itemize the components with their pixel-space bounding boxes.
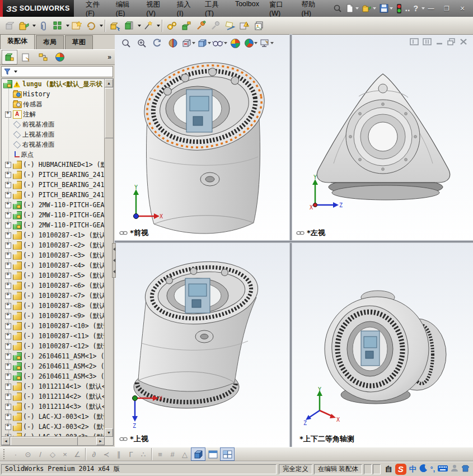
close-button[interactable]: ✕ <box>456 4 469 13</box>
tree-row[interactable]: (-) LAC-XJ-003<2> (默认 <box>2 422 105 432</box>
snap-points-icon[interactable]: ∴ <box>137 449 149 460</box>
tree-row[interactable]: (-) PITCH_BEARING_2411< <box>2 190 105 200</box>
tree-row[interactable]: 右视基准面 <box>2 139 105 150</box>
snap-length-icon[interactable]: ≡ <box>154 449 166 460</box>
apply-scene-icon[interactable] <box>243 36 259 50</box>
tree-row[interactable]: (-) 10100287-<6> (默认< <box>2 281 105 291</box>
expand-toggle[interactable] <box>5 253 11 259</box>
menu-insert[interactable]: 插入(I) <box>173 0 199 19</box>
expand-toggle[interactable] <box>5 162 11 168</box>
move-component-icon[interactable] <box>107 18 122 33</box>
tree-row[interactable]: (-) 10100287-<4> (默认< <box>2 260 105 270</box>
snap-perpendicular-icon[interactable]: Γ <box>125 449 137 460</box>
expand-toggle[interactable] <box>5 424 11 430</box>
horizontal-scroll-thumb[interactable] <box>11 437 78 446</box>
zoom-to-area-icon[interactable] <box>134 36 149 50</box>
expand-toggle[interactable] <box>5 404 11 410</box>
help-icon[interactable]: ? <box>412 3 419 13</box>
doc-close-icon[interactable] <box>460 38 467 47</box>
expand-toggle[interactable] <box>5 232 11 239</box>
expand-toggle[interactable] <box>5 263 11 269</box>
panel-splitter-handle[interactable] <box>112 243 116 278</box>
tree-row[interactable]: (-) 2MW-110-PITCH-GEARB <box>2 220 105 230</box>
tree-root-row[interactable]: lungu (默认<默认_显示状 <box>2 79 105 89</box>
rotate-component-icon[interactable] <box>84 18 99 33</box>
doc-minimize-icon[interactable] <box>435 38 443 47</box>
snap-tangent-icon[interactable]: ∂ <box>88 449 100 460</box>
menu-edit[interactable]: 编辑(E) <box>112 0 140 19</box>
tree-row[interactable]: 前视基准面 <box>2 119 105 129</box>
tree-row[interactable]: (-) 10112114<3> (默认<< <box>2 402 105 412</box>
display-manager-tab[interactable] <box>52 50 68 64</box>
reference-geometry-dropdown[interactable] <box>157 25 160 27</box>
smart-fasteners-icon[interactable] <box>69 18 84 33</box>
view-settings-icon[interactable] <box>259 36 274 50</box>
tree-row[interactable]: (-) PITCH_BEARING_2411< <box>2 170 105 180</box>
mate-icon[interactable] <box>36 18 50 33</box>
expand-toggle[interactable] <box>5 313 11 319</box>
measure-icon[interactable] <box>223 18 237 33</box>
tree-row[interactable]: (-) 10100287-<5> (默认< <box>2 270 105 281</box>
sogou-logo-icon[interactable]: S <box>395 464 406 475</box>
tree-horizontal-scrollbar[interactable]: ◄ ► <box>2 436 105 445</box>
zoom-to-fit-icon[interactable] <box>118 36 133 50</box>
tile-vertical-icon[interactable] <box>423 38 432 47</box>
doc-restore-icon[interactable] <box>447 38 456 47</box>
viewport-horizontal-divider[interactable] <box>115 241 473 242</box>
menu-help[interactable]: 帮助(H) <box>297 0 326 19</box>
viewport-front[interactable]: Y X *前视 <box>115 35 290 241</box>
view-orientation-icon[interactable] <box>181 36 196 50</box>
section-view-icon[interactable] <box>165 36 180 50</box>
expand-toggle[interactable] <box>5 323 11 329</box>
restore-button[interactable]: ❐ <box>441 4 453 13</box>
tree-row[interactable]: (-) 10100287-<10> (默认 <box>2 321 105 331</box>
snap-point-icon[interactable]: · <box>10 449 22 460</box>
tree-row[interactable]: 传感器 <box>2 99 105 109</box>
tree-row[interactable]: 上视基准面 <box>2 129 105 139</box>
scroll-down-icon[interactable]: ▼ <box>105 428 113 437</box>
tree-row[interactable]: (-) 10100287-<8> (默认< <box>2 301 105 311</box>
tree-row[interactable]: (-) 26104611_ASM<3> (默 <box>2 371 105 381</box>
rotate-view-icon[interactable] <box>149 36 165 50</box>
exploded-view-icon[interactable] <box>179 18 194 33</box>
configuration-manager-tab[interactable] <box>35 50 51 64</box>
tree-row[interactable]: (-) 26104611_ASM<2> (默 <box>2 361 105 371</box>
rotate-dropdown[interactable] <box>100 25 103 27</box>
scroll-left-icon[interactable]: ◄ <box>2 437 10 445</box>
expand-toggle[interactable] <box>5 172 11 178</box>
expand-toggle[interactable] <box>5 343 11 349</box>
insert-component-icon[interactable] <box>2 18 17 33</box>
tree-row[interactable]: (-) 10100287-<1> (默认< <box>2 230 105 240</box>
expand-toggle[interactable] <box>5 283 11 289</box>
tree-row[interactable]: 注解 <box>2 109 105 119</box>
tree-row[interactable]: (-) 10100287-<11> (默认 <box>2 331 105 341</box>
menu-tools[interactable]: 工具(T) <box>201 0 229 19</box>
expand-toggle[interactable] <box>5 222 11 228</box>
snap-sketch-icon[interactable]: △ <box>179 449 191 460</box>
reference-geometry-icon[interactable] <box>141 18 156 33</box>
save-icon[interactable] <box>378 3 394 13</box>
expand-toggle[interactable] <box>5 111 11 118</box>
open-with-dropdown-icon[interactable] <box>17 18 31 33</box>
expand-toggle[interactable] <box>5 353 11 360</box>
expand-toggle[interactable] <box>5 293 11 299</box>
menu-toolbox[interactable]: Toolbox <box>231 0 263 19</box>
viewport-top[interactable]: X Z *上视 <box>115 242 290 447</box>
menu-file[interactable]: 文件(F) <box>82 0 110 19</box>
snap-angle-icon[interactable]: ∠ <box>71 449 83 460</box>
filter-dropdown-icon[interactable] <box>14 71 17 73</box>
snap-grid-icon[interactable]: # <box>166 449 179 460</box>
tab-layout[interactable]: 布局 <box>36 35 64 49</box>
expand-toggle[interactable] <box>5 242 11 249</box>
interference-detection-icon[interactable]: ! <box>237 18 252 33</box>
collaboration-lights-icon[interactable] <box>395 3 403 14</box>
tree-row[interactable]: (-) 10100287-<3> (默认< <box>2 250 105 260</box>
scroll-right-icon[interactable]: ► <box>96 437 105 445</box>
tree-row[interactable]: (-) 10100287-<12> (默认 <box>2 341 105 351</box>
tree-row[interactable]: (-) 26104611_ASM<1> (默 <box>2 351 105 361</box>
component-pattern-icon[interactable] <box>50 18 65 33</box>
new-document-icon[interactable] <box>344 3 360 13</box>
snap-parallel-icon[interactable]: ∥ <box>113 449 125 460</box>
minimize-button[interactable]: — <box>425 4 437 13</box>
tree-row[interactable]: (-) LAC-XJ-003<1> (默认 <box>2 412 105 422</box>
